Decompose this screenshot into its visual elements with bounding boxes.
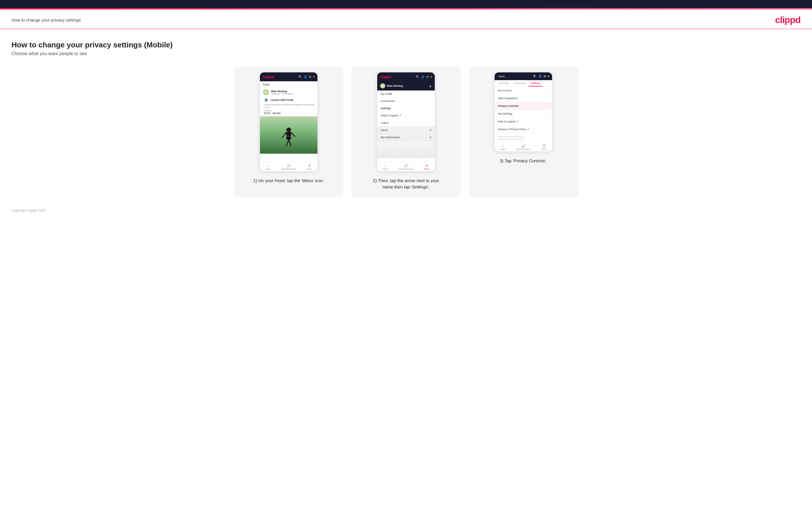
page-heading: How to change your privacy settings (Mob… (11, 41, 801, 49)
step1-bottom-menu[interactable]: ☰ Menu (307, 164, 312, 170)
step1-user-name: Blair McHarg (271, 90, 293, 93)
step-3-card: ‹ Back 🔍 👤 ⚙ ▾ My Profile Connections Se… (469, 67, 578, 197)
step2-section-perf-chevron: ▾ (430, 136, 431, 139)
step3-bottom-home[interactable]: ⌂ Home (500, 144, 506, 150)
step3-search-icon[interactable]: 🔍 (533, 75, 537, 78)
step2-menu-connections[interactable]: Connections (377, 98, 435, 105)
step2-section-perf-label: My Performance (381, 136, 400, 139)
step2-menu-my-profile[interactable]: My Profile (377, 91, 435, 98)
step1-feed-tab: Feed (260, 81, 317, 87)
step1-lesson-desc: Looking to feel like my hands are exitin… (260, 103, 317, 109)
step3-bottom-menu[interactable]: ☰ Menu (542, 144, 547, 150)
step1-feed-user-row: B Blair McHarg Yesterday · Sunningdale (260, 87, 317, 97)
step3-menu-label: Menu (542, 148, 547, 150)
step2-bottom-performance[interactable]: 📈 My Performance (399, 164, 413, 170)
step3-data-integrations-chevron: › (548, 97, 549, 100)
step3-menu-list: My Account › Data Integrations › Privacy… (495, 87, 552, 133)
step2-performance-icon: 📈 (404, 164, 408, 168)
step1-phone-logo: clippd (263, 75, 274, 79)
step2-bottom-home[interactable]: ⌂ Home (383, 164, 388, 170)
step1-avatar: B (263, 89, 269, 95)
step3-my-account-label: My Account (498, 89, 511, 92)
step3-more-icon[interactable]: ▾ (548, 75, 549, 78)
step2-dropdown-chevron: ▲ (429, 84, 432, 88)
step3-version-client: Clippd Client Version: 2022.8.3-3 (498, 135, 549, 138)
step3-user-icon[interactable]: 👤 (538, 75, 542, 78)
step3-settings-icon[interactable]: ⚙ (544, 75, 546, 78)
footer: Copyright Clippd 2022 (0, 203, 812, 217)
tab-connections[interactable]: Connections (511, 80, 528, 87)
step2-user-icon[interactable]: 👤 (421, 75, 424, 78)
step3-menu-my-golf-bag[interactable]: My Golf Bag › (495, 110, 552, 118)
step3-menu-my-account[interactable]: My Account › (495, 87, 552, 95)
main-content: How to change your privacy settings (Mob… (0, 29, 812, 203)
step-2-caption: 2) Then, tap the arrow next to yourname … (373, 177, 439, 190)
step2-more-icon[interactable]: ▾ (430, 75, 432, 78)
step2-search-icon[interactable]: 🔍 (416, 75, 419, 78)
home-icon: ⌂ (267, 164, 269, 168)
step3-my-golf-bag-label: My Golf Bag (498, 112, 512, 115)
tab-settings[interactable]: Settings (528, 80, 542, 87)
step3-bottom-bar: ⌂ Home 📈 My Performance ☰ Menu (495, 142, 552, 151)
step3-tabs: My Profile Connections Settings (495, 80, 552, 87)
step1-phone-body: Feed B Blair McHarg Yesterday · Sunningd… (260, 81, 317, 162)
step1-duration-val: 01 hr : 30 min (260, 112, 317, 116)
svg-line-5 (291, 132, 295, 137)
step2-section-performance[interactable]: My Performance ▾ (377, 134, 435, 141)
settings-icon[interactable]: ⚙ (309, 75, 311, 78)
top-bar (0, 0, 812, 8)
step2-home-icon: ⌂ (384, 164, 386, 168)
header: How to change your privacy settings clip… (0, 9, 812, 29)
more-icon[interactable]: ▾ (313, 75, 314, 78)
step2-dropdown-header[interactable]: B Blair McHarg ▲ (377, 81, 435, 91)
search-icon[interactable]: 🔍 (299, 75, 302, 78)
step2-dropdown-user: B Blair McHarg (380, 83, 403, 89)
step-1-phone: clippd 🔍 👤 ⚙ ▾ Feed B Blair McHarg Y (260, 72, 317, 171)
step2-menu-settings[interactable]: Settings (377, 105, 435, 112)
step2-menu-label: Menu (424, 168, 429, 170)
step1-nav-icons: 🔍 👤 ⚙ ▾ (299, 75, 314, 78)
step3-back-button[interactable]: ‹ Back (498, 75, 505, 78)
step2-bottom-menu[interactable]: ✕ Menu (424, 164, 429, 170)
step3-menu-service-privacy[interactable]: Service & Privacy Policy ↗ (495, 125, 552, 133)
step-1-caption: 1) On your Feed, tap the 'Menu' icon. (253, 177, 324, 184)
step-1-card: clippd 🔍 👤 ⚙ ▾ Feed B Blair McHarg Y (234, 67, 343, 197)
step1-duration-label: Duration (260, 109, 317, 112)
step2-performance-label: My Performance (399, 168, 413, 170)
step1-lesson-title: Lesson with Fordy (270, 99, 294, 101)
step2-section-home-chevron: ▾ (430, 129, 431, 131)
step3-home-icon: ⌂ (502, 144, 504, 148)
step1-golf-img (260, 116, 317, 154)
step1-nav-bar: clippd 🔍 👤 ⚙ ▾ (260, 72, 317, 81)
logo: clippd (775, 15, 801, 25)
step2-menu-help[interactable]: Help & Support ↗ (377, 112, 435, 119)
step2-close-icon: ✕ (425, 164, 428, 168)
step3-performance-label: My Performance (516, 148, 531, 150)
step3-bottom-performance[interactable]: 📈 My Performance (516, 144, 531, 150)
step3-menu-help-support[interactable]: Help & Support ↗ (495, 118, 552, 125)
step2-settings-icon[interactable]: ⚙ (426, 75, 429, 78)
header-title: How to change your privacy settings (11, 17, 81, 22)
step1-bottom-bar: ⌂ Home 📈 My Performance ☰ Menu (260, 162, 317, 171)
step2-bottom-bar: ⌂ Home 📈 My Performance ✕ Menu (377, 162, 435, 171)
performance-icon: 📈 (287, 164, 291, 168)
home-label: Home (265, 168, 271, 170)
user-icon[interactable]: 👤 (304, 75, 307, 78)
step2-section-home[interactable]: Home ▾ (377, 127, 435, 134)
steps-row: clippd 🔍 👤 ⚙ ▾ Feed B Blair McHarg Y (11, 67, 801, 197)
tab-my-profile[interactable]: My Profile (496, 80, 511, 87)
step2-phone-body: B Blair McHarg ▲ My Profile Connections … (377, 81, 435, 162)
step3-privacy-controls-label: Privacy Controls (498, 105, 519, 107)
step1-bottom-performance[interactable]: 📈 My Performance (282, 164, 296, 170)
step3-nav-icons: 🔍 👤 ⚙ ▾ (533, 75, 549, 78)
step3-menu-data-integrations[interactable]: Data Integrations › (495, 95, 552, 102)
svg-point-0 (287, 127, 291, 132)
step3-performance-icon: 📈 (521, 144, 525, 148)
step3-menu-privacy-controls[interactable]: Privacy Controls › (495, 102, 552, 110)
step2-menu-logout[interactable]: Logout (377, 119, 435, 126)
step1-bottom-home[interactable]: ⌂ Home (265, 164, 271, 170)
step3-service-privacy-label: Service & Privacy Policy ↗ (498, 128, 529, 131)
step2-dropdown-avatar: B (380, 83, 385, 89)
step3-home-label: Home (500, 148, 506, 150)
step2-dropdown-username: Blair McHarg (387, 84, 403, 87)
